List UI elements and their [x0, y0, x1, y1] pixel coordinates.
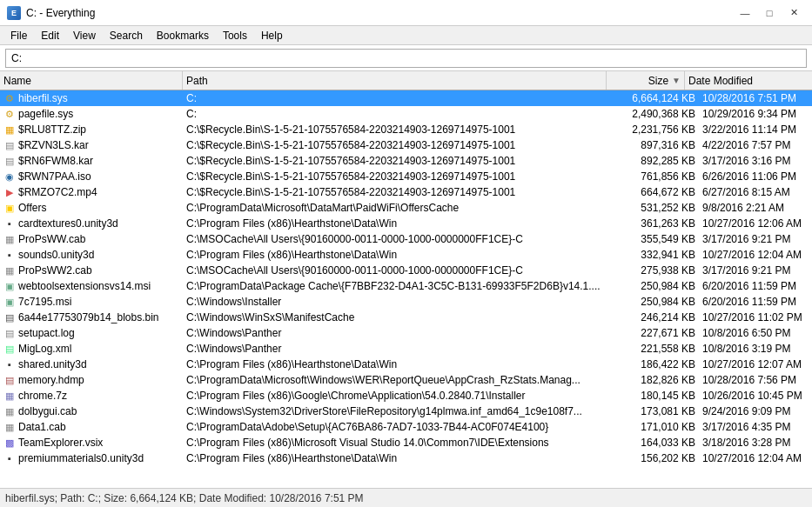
table-row[interactable]: ▤6a44e17753079b14_blobs.binC:\Windows\Wi…: [0, 310, 812, 325]
cell-date: 3/17/2016 4:35 PM: [699, 419, 812, 435]
folder-icon: ▣: [3, 202, 16, 214]
file-name-label: Offers: [18, 202, 46, 214]
file-name-label: $RWN7PAA.iso: [18, 170, 91, 183]
table-row[interactable]: ▪premiummaterials0.unity3dC:\Program Fil…: [0, 450, 812, 466]
bin-icon: ▤: [3, 311, 16, 324]
cell-name: ▦ProPsWW.cab: [0, 231, 183, 247]
table-row[interactable]: ▦$RLU8TTZ.zipC:\$Recycle.Bin\S-1-5-21-10…: [0, 122, 812, 137]
col-header-size[interactable]: Size ▼: [607, 71, 685, 90]
cell-name: ▪shared.unity3d: [0, 357, 183, 372]
cell-size: 227,671 KB: [621, 325, 699, 341]
file-name-label: cardtextures0.unity3d: [18, 217, 118, 230]
menu-item-file[interactable]: File: [3, 26, 34, 44]
cell-path: C:\MSOCache\All Users\{90160000-0011-000…: [183, 263, 621, 278]
table-scroll-wrapper: ⚙hiberfil.sysC:6,664,124 KB10/28/2016 7:…: [0, 90, 812, 488]
table-body[interactable]: ⚙hiberfil.sysC:6,664,124 KB10/28/2016 7:…: [0, 90, 812, 488]
table-row[interactable]: ▣webtoolsextensionsvs14.msiC:\ProgramDat…: [0, 278, 812, 294]
table-row[interactable]: ▦dolbygui.cabC:\Windows\System32\DriverS…: [0, 404, 812, 419]
cell-size: 275,938 KB: [621, 263, 699, 278]
table-row[interactable]: ▦ProPsWW.cabC:\MSOCache\All Users\{90160…: [0, 231, 812, 247]
menu-item-tools[interactable]: Tools: [216, 26, 254, 44]
table-row[interactable]: ▪sounds0.unity3dC:\Program Files (x86)\H…: [0, 247, 812, 263]
cell-size: 221,558 KB: [621, 341, 699, 357]
table-row[interactable]: ▤setupact.logC:\Windows\Panther227,671 K…: [0, 325, 812, 341]
cell-size: 761,856 KB: [621, 169, 699, 184]
cell-name: ▣webtoolsextensionsvs14.msi: [0, 278, 183, 294]
vsix-icon: ▩: [3, 437, 16, 449]
cell-name: ▤memory.hdmp: [0, 372, 183, 388]
xml-icon: ▤: [3, 343, 16, 355]
cell-size: 250,984 KB: [621, 278, 699, 294]
cell-name: ▦chrome.7z: [0, 388, 183, 404]
cell-path: C:\Windows\WinSxS\ManifestCache: [183, 310, 621, 325]
cab-icon: ▦: [3, 405, 16, 417]
main-content: Name Path Size ▼ Date Modified ⚙hiberfil…: [0, 71, 812, 488]
table-row[interactable]: ▤$RZVN3LS.karC:\$Recycle.Bin\S-1-5-21-10…: [0, 137, 812, 153]
table-row[interactable]: ▦Data1.cabC:\ProgramData\Adobe\Setup\{AC…: [0, 419, 812, 435]
cell-path: C:\Program Files (x86)\Hearthstone\Data\…: [183, 216, 621, 231]
cab-icon: ▦: [3, 264, 16, 277]
file-name-label: pagefile.sys: [18, 108, 73, 120]
menu-item-edit[interactable]: Edit: [34, 26, 66, 44]
cell-path: C:: [183, 106, 621, 122]
menu-item-help[interactable]: Help: [254, 26, 290, 44]
cell-date: 10/27/2016 12:07 AM: [699, 357, 812, 372]
iso-icon: ◉: [3, 170, 16, 183]
unity-icon: ▪: [3, 452, 16, 464]
cell-date: 10/28/2016 7:51 PM: [699, 90, 812, 106]
cell-date: 10/27/2016 12:04 AM: [699, 450, 812, 466]
table-row[interactable]: ▩TeamExplorer.vsixC:\Program Files (x86)…: [0, 435, 812, 450]
cell-date: 10/27/2016 11:02 PM: [699, 310, 812, 325]
table-row[interactable]: ▤MigLog.xmlC:\Windows\Panther221,558 KB1…: [0, 341, 812, 357]
cell-name: ▦$RLU8TTZ.zip: [0, 122, 183, 137]
cell-date: 9/8/2016 2:21 AM: [699, 200, 812, 216]
table-row[interactable]: ⚙hiberfil.sysC:6,664,124 KB10/28/2016 7:…: [0, 90, 812, 106]
msi-icon: ▣: [3, 280, 16, 292]
search-input[interactable]: [5, 49, 807, 68]
col-header-name[interactable]: Name: [0, 71, 183, 90]
table-row[interactable]: ▦ProPsWW2.cabC:\MSOCache\All Users\{9016…: [0, 263, 812, 278]
msi-icon: ▣: [3, 296, 16, 308]
menu-item-view[interactable]: View: [66, 26, 103, 44]
minimize-button[interactable]: —: [734, 5, 756, 21]
table-row[interactable]: ▦chrome.7zC:\Program Files (x86)\Google\…: [0, 388, 812, 404]
col-header-path[interactable]: Path: [183, 71, 607, 90]
table-row[interactable]: ▤$RN6FWM8.karC:\$Recycle.Bin\S-1-5-21-10…: [0, 153, 812, 169]
status-bar: hiberfil.sys; Path: C:; Size: 6,664,124 …: [0, 488, 812, 507]
cell-path: C:\Program Files (x86)\Hearthstone\Data\…: [183, 357, 621, 372]
status-text: hiberfil.sys; Path: C:; Size: 6,664,124 …: [5, 492, 364, 504]
file-name-label: sounds0.unity3d: [18, 249, 94, 261]
table-row[interactable]: ⚙pagefile.sysC:2,490,368 KB10/29/2016 9:…: [0, 106, 812, 122]
table-row[interactable]: ▶$RMZO7C2.mp4C:\$Recycle.Bin\S-1-5-21-10…: [0, 184, 812, 200]
file-name-label: 6a44e17753079b14_blobs.bin: [18, 311, 159, 324]
cell-date: 3/18/2016 3:28 PM: [699, 435, 812, 450]
menu-item-bookmarks[interactable]: Bookmarks: [150, 26, 216, 44]
cell-date: 10/8/2016 6:50 PM: [699, 325, 812, 341]
table-row[interactable]: ▤memory.hdmpC:\ProgramData\Microsoft\Win…: [0, 372, 812, 388]
table-row[interactable]: ▣7c7195.msiC:\Windows\Installer250,984 K…: [0, 294, 812, 310]
cell-path: C:\Program Files (x86)\Google\Chrome\App…: [183, 388, 621, 404]
cell-name: ⚙pagefile.sys: [0, 106, 183, 122]
cell-name: ▤$RZVN3LS.kar: [0, 137, 183, 153]
maximize-button[interactable]: □: [758, 5, 781, 21]
cell-date: 10/8/2016 3:19 PM: [699, 341, 812, 357]
menu-bar: FileEditViewSearchBookmarksToolsHelp: [0, 26, 812, 45]
col-header-date[interactable]: Date Modified: [685, 71, 798, 90]
cell-path: C:\Program Files (x86)\Hearthstone\Data\…: [183, 247, 621, 263]
table-row[interactable]: ◉$RWN7PAA.isoC:\$Recycle.Bin\S-1-5-21-10…: [0, 169, 812, 184]
cell-path: C:\$Recycle.Bin\S-1-5-21-1075576584-2203…: [183, 184, 621, 200]
cell-path: C:\$Recycle.Bin\S-1-5-21-1075576584-2203…: [183, 122, 621, 137]
cell-path: C:\Program Files (x86)\Microsoft Visual …: [183, 435, 621, 450]
menu-item-search[interactable]: Search: [103, 26, 150, 44]
table-row[interactable]: ▪shared.unity3dC:\Program Files (x86)\He…: [0, 357, 812, 372]
cell-path: C:\ProgramData\Microsoft\Windows\WER\Rep…: [183, 372, 621, 388]
file-name-label: $RMZO7C2.mp4: [18, 186, 97, 198]
table-row[interactable]: ▣OffersC:\ProgramData\Microsoft\DataMart…: [0, 200, 812, 216]
cell-size: 6,664,124 KB: [621, 90, 699, 106]
table-row[interactable]: ▪cardtextures0.unity3dC:\Program Files (…: [0, 216, 812, 231]
cell-size: 246,214 KB: [621, 310, 699, 325]
cell-name: ▪cardtextures0.unity3d: [0, 216, 183, 231]
cell-path: C:\Program Files (x86)\Hearthstone\Data\…: [183, 450, 621, 466]
close-button[interactable]: ✕: [782, 5, 805, 21]
zip-icon: ▦: [3, 123, 16, 136]
